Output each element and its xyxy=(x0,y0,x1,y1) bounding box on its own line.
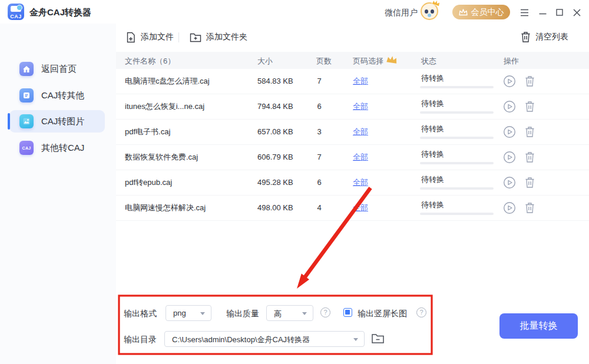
output-dir-value: C:\Users\admin\Desktop\金舟CAJ转换器 xyxy=(172,335,310,345)
output-quality-select[interactable]: 高 xyxy=(266,305,313,321)
quality-help-icon[interactable] xyxy=(320,307,330,317)
add-folder-icon xyxy=(190,32,201,42)
file-name: 电脑网速慢怎样解决.caj xyxy=(125,196,206,220)
app-window: CAJ 金舟CAJ转换器 微信用户 会员中心 xyxy=(0,0,589,364)
add-folder-button[interactable]: 添加文件夹 xyxy=(190,30,247,44)
page-select-link[interactable]: 全部 xyxy=(353,170,368,195)
file-pages: 6 xyxy=(310,94,328,119)
titlebar: CAJ 金舟CAJ转换器 微信用户 会员中心 xyxy=(0,0,589,24)
output-dir-select[interactable]: C:\Users\admin\Desktop\金舟CAJ转换器 xyxy=(164,331,365,347)
output-format-select[interactable]: png xyxy=(166,305,211,321)
progress-bar xyxy=(420,137,494,139)
table-header: 文件名称（6） 大小 页数 页码选择 状态 操作 xyxy=(116,52,589,69)
minimize-button[interactable] xyxy=(538,8,547,17)
close-icon xyxy=(573,9,581,16)
convert-play-button[interactable] xyxy=(503,201,516,214)
file-size: 495.28 KB xyxy=(257,170,293,195)
add-folder-label: 添加文件夹 xyxy=(206,32,247,42)
sidebar-item-other-to-caj[interactable]: CAJ 其他转CAJ xyxy=(0,137,116,159)
delete-file-button[interactable] xyxy=(525,202,535,214)
caj-badge-text: CAJ xyxy=(22,146,31,150)
convert-play-button[interactable] xyxy=(503,75,516,88)
trash-icon xyxy=(525,101,535,112)
delete-file-button[interactable] xyxy=(525,151,535,163)
close-button[interactable] xyxy=(572,8,581,17)
crown-icon xyxy=(459,9,468,16)
file-pages: 4 xyxy=(310,196,328,220)
delete-file-button[interactable] xyxy=(525,75,535,87)
progress-bar xyxy=(420,111,494,114)
add-file-button[interactable]: 添加文件 xyxy=(125,30,174,44)
page-select-link[interactable]: 全部 xyxy=(353,94,368,119)
clear-list-button[interactable]: 清空列表 xyxy=(521,30,568,44)
sidebar-item-label: 返回首页 xyxy=(41,64,77,75)
vertical-help-icon[interactable] xyxy=(416,307,426,317)
page-select-link[interactable]: 全部 xyxy=(353,145,368,170)
add-file-label: 添加文件 xyxy=(141,32,174,42)
page-select-link[interactable]: 全部 xyxy=(353,120,368,144)
play-icon xyxy=(503,125,516,138)
page-select-link[interactable]: 全部 xyxy=(353,196,368,220)
play-icon xyxy=(503,151,516,164)
page-select-link[interactable]: 全部 xyxy=(353,69,368,94)
sidebar-item-label: CAJ转其他 xyxy=(41,90,84,101)
browse-folder-button[interactable] xyxy=(371,333,385,346)
trash-icon xyxy=(525,151,535,163)
output-format-value: png xyxy=(173,309,186,317)
vip-crown-icon xyxy=(386,55,398,65)
delete-file-button[interactable] xyxy=(525,126,535,138)
sidebar-item-label: CAJ转图片 xyxy=(41,116,84,127)
add-file-icon xyxy=(125,32,136,43)
avatar-eye xyxy=(425,9,428,14)
play-icon xyxy=(503,201,516,214)
table-row: pdf转epub.caj 495.28 KB 6 全部 待转换 xyxy=(116,170,589,196)
progress-bar xyxy=(420,86,494,88)
sidebar-item-caj-to-image[interactable]: CAJ转图片 xyxy=(0,110,116,133)
home-icon xyxy=(19,62,34,76)
header-size: 大小 xyxy=(257,56,273,67)
status-text: 待转换 xyxy=(421,73,444,84)
sidebar-item-caj-to-other[interactable]: CAJ转其他 xyxy=(0,84,116,107)
convert-play-button[interactable] xyxy=(503,176,516,189)
avatar-mouth xyxy=(428,14,431,17)
trash-icon xyxy=(525,177,535,188)
table-row: 电脑清理c盘怎么清理.caj 584.83 KB 7 全部 待转换 xyxy=(116,69,589,94)
file-name: pdf电子书.caj xyxy=(125,120,170,144)
output-format-label: 输出格式 xyxy=(124,309,157,319)
vertical-long-image-label: 输出竖屏长图 xyxy=(358,309,407,319)
file-pages: 7 xyxy=(310,69,328,94)
batch-convert-button[interactable]: 批量转换 xyxy=(499,313,578,339)
file-name: 数据恢复软件免费.caj xyxy=(125,145,198,170)
convert-play-button[interactable] xyxy=(503,125,516,138)
table-row: pdf电子书.caj 657.08 KB 3 全部 待转换 xyxy=(116,120,589,145)
file-size: 606.79 KB xyxy=(257,145,293,170)
progress-bar xyxy=(420,213,494,215)
avatar-eye xyxy=(431,9,434,14)
maximize-button[interactable] xyxy=(555,8,564,17)
file-size: 584.83 KB xyxy=(257,69,293,94)
member-center-button[interactable]: 会员中心 xyxy=(452,5,510,19)
file-size: 498.00 KB xyxy=(257,196,293,220)
output-quality-value: 高 xyxy=(274,309,282,319)
play-icon xyxy=(503,75,516,88)
play-icon xyxy=(503,176,516,189)
caj-badge-icon: CAJ xyxy=(19,141,34,155)
menu-button[interactable] xyxy=(519,8,529,17)
toolbar-divider xyxy=(178,32,179,42)
header-status: 状态 xyxy=(421,56,436,67)
delete-file-button[interactable] xyxy=(525,101,535,112)
convert-play-button[interactable] xyxy=(503,100,516,113)
sidebar-item-home[interactable]: 返回首页 xyxy=(0,58,116,80)
convert-play-button[interactable] xyxy=(503,151,516,164)
trash-icon xyxy=(525,126,535,138)
file-name: pdf转epub.caj xyxy=(125,170,172,195)
file-table-body: 电脑清理c盘怎么清理.caj 584.83 KB 7 全部 待转换 xyxy=(116,69,589,221)
header-file-name: 文件名称（6） xyxy=(125,56,175,67)
delete-file-button[interactable] xyxy=(525,177,535,188)
chevron-down-icon xyxy=(302,312,307,315)
header-pages: 页数 xyxy=(316,56,332,67)
checkbox-fill xyxy=(345,310,350,315)
maximize-icon xyxy=(556,9,563,16)
output-dir-label: 输出目录 xyxy=(124,335,157,345)
vertical-long-image-checkbox[interactable] xyxy=(343,308,352,317)
